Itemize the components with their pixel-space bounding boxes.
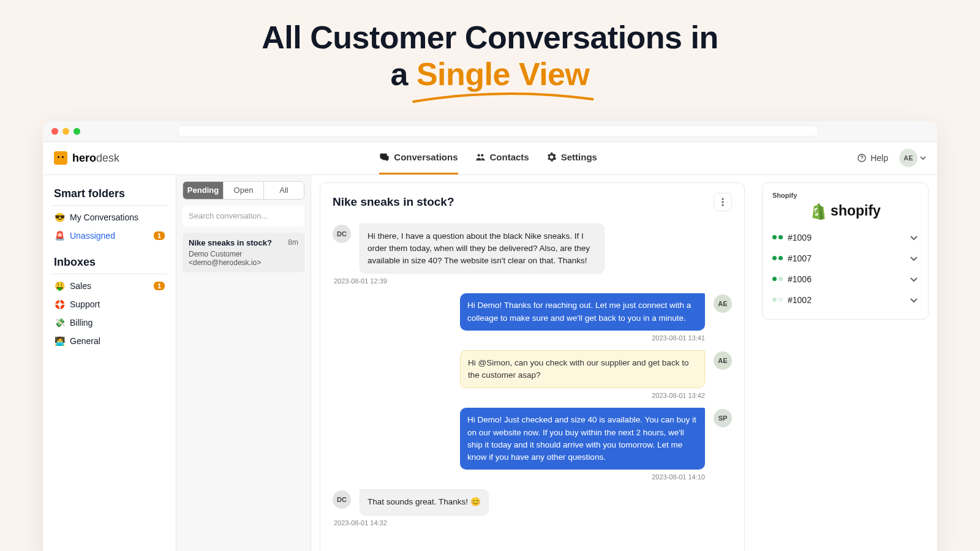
sidebar-item-sales[interactable]: 🤑Sales 1 (51, 277, 167, 295)
unread-badge: 1 (154, 231, 165, 240)
sidebar-item-label: My Conversations (70, 212, 138, 222)
tab-pending[interactable]: Pending (183, 182, 224, 199)
shopify-logo: shopify (772, 203, 918, 220)
chevron-down-icon (910, 233, 918, 242)
underline-swoosh-icon (410, 91, 596, 107)
sidebar-item-general[interactable]: 🧑‍💻General (51, 332, 167, 350)
window-controls[interactable] (51, 128, 80, 135)
sidebar-item-label: General (70, 336, 100, 346)
conversation-from: Demo Customer <demo@herodesk.io> (189, 250, 298, 267)
order-id: #1007 (788, 253, 812, 263)
message-incoming: DC Hi there, I have a question about the… (333, 223, 732, 274)
money-face-icon: 🤑 (54, 281, 65, 291)
close-icon[interactable] (51, 128, 58, 135)
order-row[interactable]: #1002 (772, 290, 918, 310)
message-text: Hi there, I have a question about the bl… (360, 223, 605, 274)
sidebar-item-label: Support (70, 299, 100, 309)
sidebar: Smart folders 😎My Conversations 🚨Unassig… (43, 175, 176, 551)
chat-icon (379, 152, 390, 162)
inboxes-heading: Inboxes (54, 256, 165, 269)
chevron-down-icon (910, 254, 918, 263)
nav-settings[interactable]: Settings (546, 141, 597, 174)
thread-title: Nike sneaks in stock? (333, 195, 454, 209)
avatar: AE (714, 351, 732, 370)
order-row[interactable]: #1006 (772, 269, 918, 290)
conversation-title: Nike sneaks in stock? (189, 238, 272, 247)
user-menu[interactable]: AE (899, 149, 926, 167)
order-id: #1009 (788, 233, 812, 242)
main-nav: Conversations Contacts Settings (379, 141, 597, 174)
topbar-tools: Help AE (857, 149, 926, 167)
url-bar[interactable] (178, 126, 818, 137)
sunglasses-icon: 😎 (54, 212, 65, 222)
order-row[interactable]: #1009 (772, 227, 918, 248)
gear-icon (546, 152, 557, 162)
message-timestamp: 2023-08-01 12:39 (334, 277, 731, 285)
avatar: SP (714, 409, 732, 427)
kebab-icon (722, 198, 724, 206)
sidebar-item-billing[interactable]: 💸Billing (51, 313, 167, 332)
context-panel: Shopify shopify #1009 #1007 (753, 175, 937, 551)
message-internal-note: AE Hi @Simon, can you check with our sup… (333, 350, 732, 389)
order-row[interactable]: #1007 (772, 248, 918, 269)
shopify-bag-icon (810, 203, 826, 220)
message-text: Hi Demo! Just checked and size 40 is ava… (460, 408, 705, 470)
message-timestamp: 2023-08-01 14:32 (334, 519, 731, 527)
chevron-down-icon (910, 275, 918, 283)
tab-all[interactable]: All (264, 182, 304, 199)
status-segmented: Pending Open All (183, 181, 304, 200)
order-id: #1006 (788, 274, 812, 284)
search-input[interactable] (183, 206, 304, 227)
maximize-icon[interactable] (74, 128, 80, 135)
message-text: Hi Demo! Thanks for reaching out. Let me… (460, 293, 705, 331)
logo-mark-icon (54, 151, 67, 165)
avatar: DC (333, 490, 351, 509)
nav-conversations[interactable]: Conversations (379, 141, 458, 174)
technologist-icon: 🧑‍💻 (54, 336, 65, 346)
message-timestamp: 2023-08-01 13:42 (334, 392, 705, 399)
sidebar-item-label: Unassigned (70, 231, 115, 241)
conversation-list: Pending Open All Nike sneaks in stock?8m… (176, 175, 311, 551)
nav-contacts[interactable]: Contacts (475, 141, 529, 174)
svg-point-4 (722, 204, 723, 206)
unread-badge: 1 (154, 282, 165, 290)
svg-point-2 (722, 198, 723, 200)
siren-icon: 🚨 (54, 231, 65, 241)
help-icon (857, 153, 867, 163)
message-outgoing: AE Hi Demo! Thanks for reaching out. Let… (333, 293, 732, 331)
help-link[interactable]: Help (857, 153, 888, 163)
topbar: herodesk Conversations Contacts Settings… (43, 142, 937, 175)
svg-point-1 (862, 160, 862, 160)
avatar: AE (714, 294, 732, 313)
lifebuoy-icon: 🛟 (54, 299, 65, 309)
sidebar-item-label: Billing (70, 318, 92, 328)
integration-heading: Shopify (772, 192, 918, 199)
conversation-item[interactable]: Nike sneaks in stock?8m Demo Customer <d… (183, 233, 304, 272)
browser-frame: herodesk Conversations Contacts Settings… (43, 121, 937, 551)
minimize-icon[interactable] (62, 128, 69, 135)
sidebar-item-my-conversations[interactable]: 😎My Conversations (51, 208, 167, 227)
brand-logo[interactable]: herodesk (54, 151, 119, 165)
avatar: DC (333, 225, 351, 243)
sidebar-item-label: Sales (70, 281, 91, 291)
browser-chrome (43, 121, 937, 142)
thread-menu-button[interactable] (714, 193, 732, 211)
money-wings-icon: 💸 (54, 318, 65, 328)
caret-down-icon (920, 155, 926, 161)
people-icon (475, 152, 486, 162)
message-incoming: DC That sounds great. Thanks! 😊 (333, 489, 732, 515)
conversation-age: 8m (288, 238, 298, 247)
message-timestamp: 2023-08-01 14:10 (334, 473, 705, 481)
svg-point-3 (722, 201, 723, 203)
message-text: That sounds great. Thanks! 😊 (360, 489, 489, 515)
message-outgoing: SP Hi Demo! Just checked and size 40 is … (333, 408, 732, 470)
marketing-headline: All Customer Conversations in a Single V… (0, 0, 980, 93)
order-id: #1002 (788, 295, 812, 305)
message-timestamp: 2023-08-01 13:41 (334, 334, 705, 342)
user-avatar: AE (899, 149, 918, 167)
sidebar-item-support[interactable]: 🛟Support (51, 295, 167, 313)
message-text: Hi @Simon, can you check with our suppli… (460, 350, 705, 389)
sidebar-item-unassigned[interactable]: 🚨Unassigned 1 (51, 227, 167, 245)
tab-open[interactable]: Open (224, 182, 264, 199)
smart-folders-heading: Smart folders (54, 187, 165, 200)
